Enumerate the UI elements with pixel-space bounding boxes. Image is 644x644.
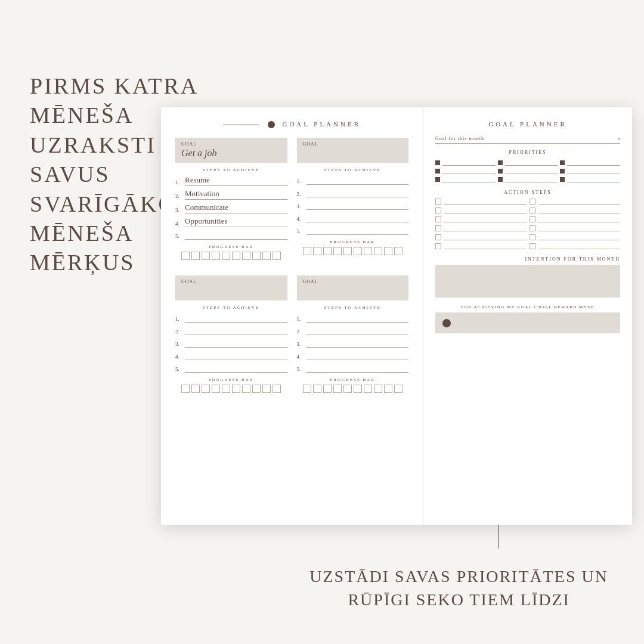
priority-bullet-7 xyxy=(435,177,440,182)
priority-bullet-9 xyxy=(560,177,565,182)
action-checkbox-3[interactable] xyxy=(435,208,441,213)
bottom-latvian-text: UZSTĀDI SAVAS PRIORITĀTES UN RŪPĪGI SEKO… xyxy=(309,565,608,611)
priorities-grid xyxy=(435,160,620,182)
priority-bullet-2 xyxy=(498,160,503,165)
priority-item-3 xyxy=(560,160,620,166)
intention-box xyxy=(435,265,620,298)
page-left-title: GOAL PLANNER xyxy=(175,120,408,128)
progress-boxes-4 xyxy=(297,385,409,393)
action-step-6 xyxy=(530,216,621,222)
goal-month-s: s xyxy=(618,136,620,141)
goal-label-4: Goal xyxy=(303,279,403,284)
step-1-4: 4. Opportunities xyxy=(175,216,287,227)
priority-bullet-5 xyxy=(498,169,503,174)
goal-box-3: Goal xyxy=(175,275,287,301)
action-steps-title: ACTION STEPS xyxy=(435,190,620,195)
goal-section-4: Goal STEPS TO ACHIEVE 1. 2. 3. 4. xyxy=(297,275,409,393)
steps-label-2: STEPS TO ACHIEVE xyxy=(297,168,409,172)
page-right: GOAL PLANNER Goal for this month s PRIOR… xyxy=(423,107,632,525)
priority-bullet-6 xyxy=(560,169,565,174)
reward-dot xyxy=(442,319,451,327)
bottom-line-2: RŪPĪGI SEKO TIEM LĪDZI xyxy=(309,588,608,611)
step-4-4: 4. xyxy=(297,351,409,360)
action-checkbox-5[interactable] xyxy=(435,216,441,222)
planner-container: GOAL PLANNER Goal Get a job STEPS TO ACH… xyxy=(161,107,632,525)
intention-title: INTENTION FOR THIS MONTH xyxy=(435,256,620,262)
step-2-5: 5. xyxy=(297,225,409,235)
priority-item-5 xyxy=(498,168,558,174)
action-checkbox-11[interactable] xyxy=(435,243,441,249)
priority-bullet-3 xyxy=(560,160,565,165)
action-step-11 xyxy=(435,243,527,249)
action-step-3 xyxy=(435,208,527,213)
priority-bullet-4 xyxy=(435,169,440,174)
goal-box-2: Goal xyxy=(297,138,409,163)
action-checkbox-6[interactable] xyxy=(530,216,535,222)
priority-bullet-8 xyxy=(498,177,503,182)
action-step-8 xyxy=(530,225,621,231)
progress-3: PROGRESS BAR xyxy=(175,377,287,393)
step-1-5: 5. xyxy=(175,230,287,240)
goal-section-1: Goal Get a job STEPS TO ACHIEVE 1. Resum… xyxy=(175,138,287,260)
step-1-3: 3. Communicate xyxy=(175,203,287,213)
priorities-title: PRIORITIES xyxy=(435,150,620,155)
action-step-5 xyxy=(435,216,527,222)
action-step-9 xyxy=(435,234,527,240)
action-checkbox-12[interactable] xyxy=(530,243,535,249)
goal-month-label: Goal for this month xyxy=(435,136,484,141)
action-checkbox-10[interactable] xyxy=(530,234,535,240)
priority-item-6 xyxy=(560,168,620,174)
steps-label-3: STEPS TO ACHIEVE xyxy=(175,305,287,310)
goal-section-3: Goal STEPS TO ACHIEVE 1. 2. 3. 4. xyxy=(175,275,287,393)
action-checkbox-8[interactable] xyxy=(530,225,535,231)
priority-item-8 xyxy=(498,177,558,182)
step-3-2: 2. xyxy=(175,326,287,335)
progress-2: PROGRESS BAR xyxy=(297,240,409,255)
step-2-4: 4. xyxy=(297,213,409,222)
priority-item-4 xyxy=(435,168,496,174)
action-step-7 xyxy=(435,225,527,231)
goals-grid: Goal Get a job STEPS TO ACHIEVE 1. Resum… xyxy=(175,138,408,399)
steps-label-4: STEPS TO ACHIEVE xyxy=(297,305,409,310)
goal-box-4: Goal xyxy=(297,275,409,301)
progress-label-2: PROGRESS BAR xyxy=(297,240,409,244)
progress-4: PROGRESS BAR xyxy=(297,377,409,393)
goal-section-2: Goal STEPS TO ACHIEVE 1. 2. 3. 4. xyxy=(297,138,409,260)
reward-label: FOR ACHIEVING MY GOAL I WILL REWARD MYSE xyxy=(435,305,620,309)
priority-item-2 xyxy=(498,160,558,166)
step-4-5: 5. xyxy=(297,363,409,373)
action-step-12 xyxy=(530,243,621,249)
progress-1: PROGRESS BAR xyxy=(175,244,287,260)
action-step-4 xyxy=(530,208,621,213)
priority-item-1 xyxy=(435,160,496,166)
action-step-10 xyxy=(530,234,621,240)
action-steps-grid xyxy=(435,199,620,249)
action-checkbox-4[interactable] xyxy=(530,208,535,213)
reward-box xyxy=(435,312,620,333)
step-3-5: 5. xyxy=(175,363,287,373)
latvian-line-1: PIRMS KATRA xyxy=(30,72,199,101)
action-checkbox-7[interactable] xyxy=(435,225,441,231)
dot-marker-left xyxy=(268,121,275,128)
step-2-1: 1. xyxy=(297,175,409,185)
action-checkbox-1[interactable] xyxy=(435,199,441,205)
action-step-1 xyxy=(435,199,527,205)
priority-item-7 xyxy=(435,177,496,182)
goal-label-3: Goal xyxy=(181,279,281,284)
progress-label-3: PROGRESS BAR xyxy=(175,377,287,382)
action-checkbox-9[interactable] xyxy=(435,234,441,240)
goal-label-2: Goal xyxy=(303,141,403,147)
action-checkbox-2[interactable] xyxy=(530,199,535,205)
bottom-line-1: UZSTĀDI SAVAS PRIORITĀTES UN xyxy=(309,565,608,588)
priority-bullet-1 xyxy=(435,160,440,165)
step-1-2: 2. Motivation xyxy=(175,189,287,200)
goal-label-1: Goal xyxy=(181,141,281,147)
progress-boxes-1 xyxy=(175,252,287,260)
step-3-4: 4. xyxy=(175,351,287,360)
progress-label-1: PROGRESS BAR xyxy=(175,244,287,249)
step-2-2: 2. xyxy=(297,188,409,197)
page-right-title: GOAL PLANNER xyxy=(435,120,620,128)
step-3-3: 3. xyxy=(175,338,287,348)
step-2-3: 3. xyxy=(297,200,409,210)
step-3-1: 1. xyxy=(175,313,287,323)
